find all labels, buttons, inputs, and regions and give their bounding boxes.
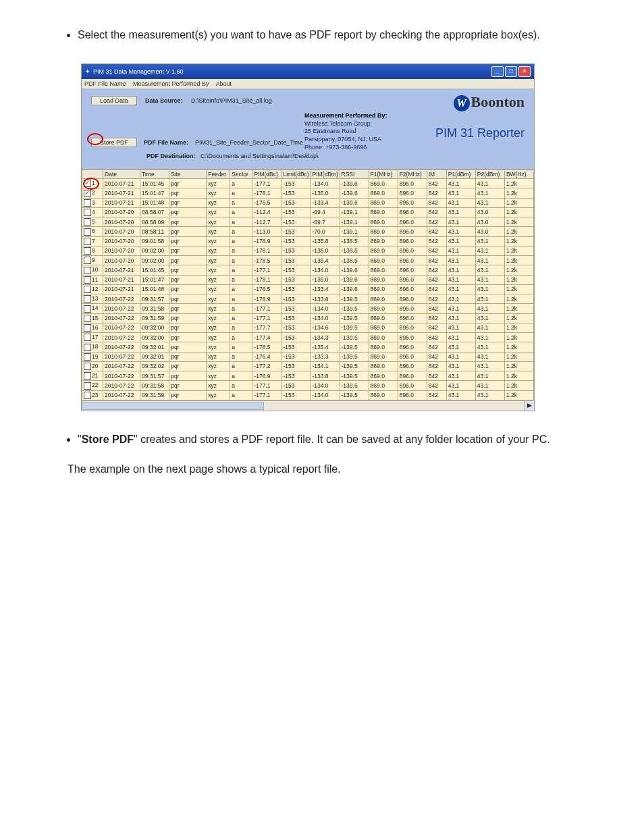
table-row[interactable]: 172010-07-2209:32:00pqrxyza-177.4-153-13… (82, 333, 534, 342)
table-cell: 15:01:47 (140, 188, 169, 198)
table-cell: 09:32:01 (140, 352, 169, 361)
table-row[interactable]: 152010-07-2209:31:59pqrxyza-177.1-153-13… (82, 313, 534, 323)
table-cell: 43.1 (446, 256, 475, 265)
column-header[interactable]: Date (103, 170, 140, 179)
column-header[interactable]: IM (427, 170, 446, 179)
row-checkbox[interactable] (84, 363, 91, 370)
row-checkbox[interactable] (84, 247, 91, 255)
table-row[interactable]: 82010-07-2009:02:00pqrxyza-178.1-153-135… (82, 246, 534, 255)
column-header[interactable]: Time (140, 170, 169, 179)
row-checkbox[interactable] (84, 353, 91, 361)
row-checkbox[interactable] (84, 305, 91, 313)
column-header[interactable]: P1(dBm) (446, 170, 475, 179)
maximize-button[interactable]: □ (505, 66, 517, 77)
table-cell: -139.5 (340, 333, 369, 342)
table-cell: 43.0 (475, 207, 504, 217)
column-header[interactable]: Feeder (207, 170, 230, 179)
row-checkbox[interactable] (84, 228, 91, 236)
table-row[interactable]: 162010-07-2209:32:00pqrxyza-177.7-153-13… (82, 323, 534, 332)
table-row[interactable]: 72010-07-2009:01:58pqrxyza-178.9-153-135… (82, 236, 534, 246)
close-button[interactable]: × (518, 66, 531, 77)
row-checkbox[interactable] (84, 218, 91, 226)
table-row[interactable]: 142010-07-2209:31:58pqrxyza-177.1-153-13… (82, 304, 534, 313)
horizontal-scrollbar[interactable]: ▶ (82, 400, 534, 411)
table-cell: a (230, 188, 252, 198)
table-cell: -153 (281, 294, 311, 304)
table-row[interactable]: ✓12010-07-2115:01:45pqrxyza-177.1-153-13… (82, 179, 534, 188)
table-cell: pqr (169, 294, 207, 304)
row-checkbox[interactable] (84, 324, 91, 332)
column-header[interactable]: Site (169, 170, 207, 179)
table-cell: 1.2k (504, 265, 533, 275)
table-row[interactable]: 92010-07-2009:02:00pqrxyza-178.5-153-135… (82, 256, 534, 265)
table-row[interactable]: 202010-07-2209:32:02pqrxyza-177.2-153-13… (82, 361, 534, 371)
load-data-button[interactable]: Load Data (91, 96, 137, 105)
table-row[interactable]: 32010-07-2115:01:48pqrxyza-176.5-153-133… (82, 198, 534, 207)
row-checkbox[interactable] (84, 199, 91, 207)
column-header[interactable]: BW(Hz) (504, 170, 533, 179)
minimize-button[interactable]: _ (491, 66, 504, 77)
column-header[interactable]: PIM(dBc) (252, 170, 281, 179)
table-row[interactable]: 182010-07-2209:32:01pqrxyza-178.5-153-13… (82, 342, 534, 352)
menu-measurement-performed-by[interactable]: Measurement Performed By (133, 80, 209, 87)
table-row[interactable]: 232010-07-2209:31:59pqrxyza-177.1-153-13… (82, 390, 534, 400)
column-header[interactable]: PIM(dBm) (311, 170, 340, 179)
row-checkbox[interactable] (84, 267, 91, 274)
titlebar[interactable]: ✦ PIM 31 Data Management V 1.60 _ □ × (82, 64, 534, 79)
app-icon: ✦ (85, 68, 90, 75)
table-row[interactable]: 62010-07-2008:58:11pqrxyza-113.0-153-70.… (82, 227, 534, 236)
column-header[interactable]: F2(MHz) (398, 170, 427, 179)
table-cell: xyz (207, 352, 230, 361)
table-cell: 896.0 (398, 256, 427, 265)
table-cell: 43.1 (475, 333, 504, 342)
row-checkbox[interactable] (84, 286, 91, 293)
column-header[interactable]: F1(MHz) (369, 170, 398, 179)
column-header[interactable]: Sector (230, 170, 252, 179)
table-cell: a (230, 179, 252, 188)
table-row[interactable]: 112010-07-2115:01:47pqrxyza-178.1-153-13… (82, 275, 534, 284)
table-row[interactable]: ✓22010-07-2115:01:47pqrxyza-178.1-153-13… (82, 188, 534, 198)
table-cell: 43.1 (475, 371, 504, 381)
table-cell: 896.0 (398, 284, 427, 294)
table-cell: 15:01:45 (140, 179, 169, 188)
row-checkbox[interactable] (84, 276, 91, 284)
table-row[interactable]: 212010-07-2209:31:57pqrxyza-176.9-153-13… (82, 371, 534, 381)
table-cell: 842 (427, 323, 446, 332)
table-cell: 842 (427, 227, 446, 236)
window-title: PIM 31 Data Management V 1.60 (93, 68, 184, 75)
row-checkbox[interactable] (84, 372, 91, 380)
table-cell: pqr (169, 390, 207, 400)
column-header[interactable]: P2(dBm) (475, 170, 504, 179)
table-row[interactable]: 52010-07-2008:58:09pqrxyza-112.7-153-69.… (82, 217, 534, 227)
menu-pdf-file-name[interactable]: PDF File Name (84, 80, 126, 87)
row-checkbox[interactable] (84, 344, 91, 351)
column-header[interactable] (82, 170, 103, 179)
table-row[interactable]: 102010-07-2115:01:45pqrxyza-177.1-153-13… (82, 265, 534, 275)
table-row[interactable]: 132010-07-2209:31:57pqrxyza-176.9-153-13… (82, 294, 534, 304)
table-row[interactable]: 122010-07-2115:01:48pqrxyza-176.5-153-13… (82, 284, 534, 294)
table-row[interactable]: 192010-07-2209:32:01pqrxyza-176.4-153-13… (82, 352, 534, 361)
row-checkbox[interactable] (84, 257, 91, 264)
row-checkbox[interactable] (84, 315, 91, 322)
row-checkbox[interactable] (84, 238, 91, 245)
menu-about[interactable]: About (216, 80, 232, 87)
table-cell: 896.0 (398, 227, 427, 236)
column-header[interactable]: Limit(dBc) (281, 170, 311, 179)
table-cell: ✓1 (82, 179, 103, 188)
table-row[interactable]: 222010-07-2209:31:58pqrxyza-177.1-153-13… (82, 381, 534, 390)
table-cell: -153 (281, 381, 311, 390)
row-checkbox[interactable] (84, 392, 91, 399)
row-checkbox[interactable]: ✓ (84, 180, 91, 187)
scroll-right-icon[interactable]: ▶ (524, 401, 534, 411)
store-pdf-button[interactable]: Store PDF (91, 138, 137, 147)
row-checkbox[interactable] (84, 382, 91, 390)
row-checkbox[interactable] (84, 334, 91, 341)
row-checkbox[interactable] (84, 209, 91, 216)
table-cell: xyz (207, 361, 230, 371)
table-cell: -134.0 (311, 265, 340, 275)
row-checkbox[interactable] (84, 295, 91, 303)
table-row[interactable]: 42010-07-2008:58:07pqrxyza-112.4-153-69.… (82, 207, 534, 217)
row-checkbox[interactable]: ✓ (84, 190, 91, 197)
column-header[interactable]: RSSI (340, 170, 369, 179)
table-cell: xyz (207, 265, 230, 275)
